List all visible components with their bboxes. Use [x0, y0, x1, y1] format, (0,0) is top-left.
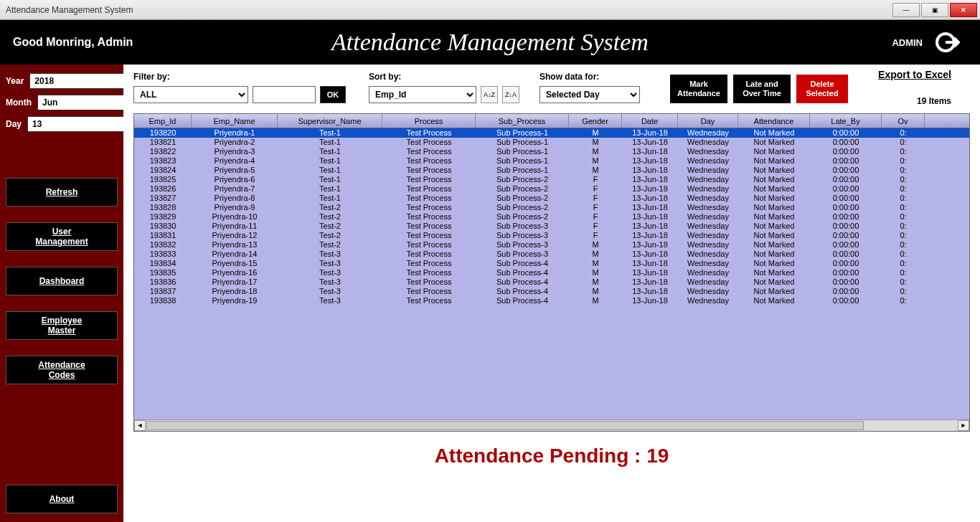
delete-selected-button[interactable]: Delete Selected: [796, 75, 848, 103]
cell: Test Process: [382, 231, 476, 240]
cell: Test-2: [278, 231, 382, 240]
column-header-late_by[interactable]: Late_By: [810, 114, 882, 128]
employee-master-button[interactable]: Employee Master: [6, 311, 118, 340]
cell: 0:: [882, 250, 925, 259]
table-row[interactable]: 193833Priyendra-14Test-3Test ProcessSub …: [134, 250, 969, 259]
cell: Test-3: [278, 296, 382, 305]
cell: Sub Process-3: [476, 250, 569, 259]
column-header-gender[interactable]: Gender: [569, 114, 622, 128]
sort-desc-icon[interactable]: Z↓A: [502, 86, 519, 103]
filter-ok-button[interactable]: OK: [320, 86, 346, 103]
cell: M: [569, 250, 622, 259]
table-row[interactable]: 193835Priyendra-16Test-3Test ProcessSub …: [134, 268, 969, 277]
cell: 0:: [882, 259, 925, 268]
minimize-button[interactable]: —: [892, 3, 920, 17]
cell: Wednesday: [678, 175, 738, 184]
table-row[interactable]: 193832Priyendra-13Test-2Test ProcessSub …: [134, 240, 969, 250]
column-header-attendance[interactable]: Attendance: [738, 114, 810, 128]
cell: Test-1: [278, 184, 382, 194]
cell: Sub Process-1: [476, 166, 569, 175]
filter-textbox[interactable]: [253, 86, 316, 103]
refresh-button[interactable]: Refresh: [6, 178, 118, 207]
scroll-thumb[interactable]: [146, 421, 864, 430]
table-row[interactable]: 193821Priyendra-2Test-1Test ProcessSub P…: [134, 138, 969, 147]
close-button[interactable]: ✕: [950, 3, 977, 17]
cell: Test Process: [382, 222, 476, 231]
cell: Priyendra-3: [192, 147, 278, 156]
grid-header: Emp_IdEmp_NameSupervisor_NameProcessSub_…: [134, 114, 969, 128]
cell: 0:: [882, 175, 925, 184]
sort-asc-icon[interactable]: A↓Z: [481, 86, 498, 103]
cell: 193827: [134, 194, 192, 203]
cell: Not Marked: [738, 175, 810, 184]
cell: 0:00:00: [810, 250, 882, 259]
column-header-ov[interactable]: Ov: [882, 114, 925, 128]
cell: Priyendra-1: [192, 128, 278, 138]
column-header-sub_process[interactable]: Sub_Process: [476, 114, 569, 128]
cell: Sub Process-4: [476, 268, 569, 277]
app-title: Attendance Management System: [331, 29, 649, 56]
cell: 0:00:00: [810, 184, 882, 194]
column-header-emp_id[interactable]: Emp_Id: [134, 114, 192, 128]
table-row[interactable]: 193825Priyendra-6Test-1Test ProcessSub P…: [134, 175, 969, 184]
table-row[interactable]: 193824Priyendra-5Test-1Test ProcessSub P…: [134, 166, 969, 175]
dashboard-button[interactable]: Dashboard: [6, 267, 118, 295]
table-row[interactable]: 193826Priyendra-7Test-1Test ProcessSub P…: [134, 184, 969, 194]
column-header-date[interactable]: Date: [622, 114, 678, 128]
about-button[interactable]: About: [6, 485, 118, 513]
column-header-emp_name[interactable]: Emp_Name: [192, 114, 278, 128]
table-row[interactable]: 193828Priyendra-9Test-2Test ProcessSub P…: [134, 203, 969, 212]
table-row[interactable]: 193823Priyendra-4Test-1Test ProcessSub P…: [134, 156, 969, 166]
window-title: Attendance Management System: [3, 5, 133, 15]
table-row[interactable]: 193820Priyendra-1Test-1Test ProcessSub P…: [134, 128, 969, 138]
cell: 0:: [882, 128, 925, 138]
cell: 193834: [134, 259, 192, 268]
table-row[interactable]: 193830Priyendra-11Test-2Test ProcessSub …: [134, 222, 969, 231]
table-row[interactable]: 193836Priyendra-17Test-3Test ProcessSub …: [134, 277, 969, 287]
cell: M: [569, 138, 622, 147]
table-row[interactable]: 193834Priyendra-15Test-3Test ProcessSub …: [134, 259, 969, 268]
cell: 0:00:00: [810, 259, 882, 268]
cell: Wednesday: [678, 194, 738, 203]
show-data-combo[interactable]: Selected Day: [540, 86, 640, 103]
cell: Not Marked: [738, 222, 810, 231]
attendance-codes-button[interactable]: Attendance Codes: [6, 356, 118, 384]
cell: 193829: [134, 212, 192, 222]
export-to-excel-link[interactable]: Export to Excel: [878, 69, 951, 80]
cell: 13-Jun-18: [622, 222, 678, 231]
table-row[interactable]: 193829Priyendra-10Test-2Test ProcessSub …: [134, 212, 969, 222]
maximize-button[interactable]: ▣: [921, 3, 948, 17]
column-header-day[interactable]: Day: [678, 114, 738, 128]
table-row[interactable]: 193837Priyendra-18Test-3Test ProcessSub …: [134, 287, 969, 296]
cell: 193828: [134, 203, 192, 212]
cell: Test Process: [382, 203, 476, 212]
cell: 0:: [882, 287, 925, 296]
column-header-supervisor_name[interactable]: Supervisor_Name: [278, 114, 382, 128]
cell: 0:: [882, 268, 925, 277]
column-header-process[interactable]: Process: [382, 114, 476, 128]
table-row[interactable]: 193831Priyendra-12Test-2Test ProcessSub …: [134, 231, 969, 240]
mark-attendance-button[interactable]: Mark Attendance: [670, 75, 727, 103]
user-management-button[interactable]: User Management: [6, 222, 118, 251]
cell: 13-Jun-18: [622, 277, 678, 287]
cell: Priyendra-14: [192, 250, 278, 259]
cell: Not Marked: [738, 212, 810, 222]
filter-label: Filter by:: [133, 72, 346, 82]
cell: M: [569, 156, 622, 166]
filter-combo[interactable]: ALL: [133, 86, 248, 103]
table-row[interactable]: 193822Priyendra-3Test-1Test ProcessSub P…: [134, 147, 969, 156]
cell: 193830: [134, 222, 192, 231]
table-row[interactable]: 193827Priyendra-8Test-1Test ProcessSub P…: [134, 194, 969, 203]
cell: Priyendra-8: [192, 194, 278, 203]
sort-combo[interactable]: Emp_Id: [369, 86, 476, 103]
data-grid[interactable]: Emp_IdEmp_NameSupervisor_NameProcessSub_…: [133, 113, 970, 432]
scroll-right-icon[interactable]: ►: [958, 420, 969, 431]
scroll-left-icon[interactable]: ◄: [134, 420, 146, 431]
late-overtime-button[interactable]: Late and Over Time: [733, 75, 791, 103]
horizontal-scrollbar[interactable]: ◄ ►: [134, 419, 969, 431]
cell: 13-Jun-18: [622, 138, 678, 147]
status-message: Attendance Pending : 19: [133, 445, 970, 468]
sidebar: Year Month Day Refresh User Management D…: [0, 65, 123, 522]
logout-icon[interactable]: [934, 29, 960, 55]
table-row[interactable]: 193838Priyendra-19Test-3Test ProcessSub …: [134, 296, 969, 305]
